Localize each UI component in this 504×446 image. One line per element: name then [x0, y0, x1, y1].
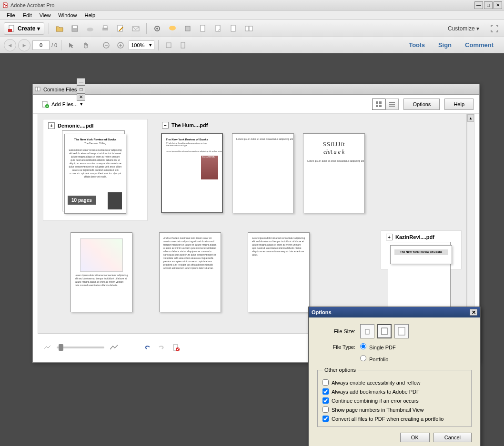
menu-edit[interactable]: Edit — [19, 11, 36, 19]
extract-icon[interactable] — [227, 22, 240, 35]
main-titlebar: Adobe Acrobat Pro — □ ✕ — [0, 0, 504, 10]
zoom-out-icon[interactable] — [100, 39, 112, 51]
sign-panel-link[interactable]: Sign — [432, 39, 458, 51]
menu-help[interactable]: Help — [81, 11, 99, 19]
expand-icon[interactable]: + — [48, 122, 55, 129]
expand-icon[interactable]: + — [386, 234, 393, 240]
file-type-portfolio-radio[interactable]: Portfolio — [360, 355, 388, 362]
svg-rect-6 — [103, 26, 107, 28]
vertical-scrollbar[interactable]: ▲ ▼ — [467, 114, 474, 334]
zoom-in-icon[interactable] — [114, 39, 127, 51]
page-thumbnail[interactable]: Lorem ipsum dolor sit amet consectetur a… — [248, 232, 310, 312]
customize-button[interactable]: Customize ▾ — [445, 24, 482, 33]
zoom-level[interactable]: 100%▾ — [129, 40, 154, 50]
fullscreen-icon[interactable] — [489, 23, 500, 34]
save-icon[interactable] — [69, 22, 81, 35]
create-button[interactable]: Create ▾ — [4, 22, 44, 35]
collapse-icon[interactable]: − — [162, 122, 169, 129]
open-icon[interactable] — [53, 22, 66, 35]
options-titlebar[interactable]: Options ✕ — [309, 307, 480, 317]
select-tool-icon[interactable] — [65, 39, 78, 51]
hand-tool-icon[interactable] — [80, 39, 92, 51]
cancel-button[interactable]: Cancel — [433, 433, 472, 442]
svg-rect-32 — [376, 105, 378, 107]
add-files-icon: + — [41, 100, 49, 108]
ok-button[interactable]: OK — [400, 433, 430, 442]
print-icon[interactable] — [99, 22, 111, 35]
file-size-default-button[interactable] — [377, 324, 392, 338]
edit-icon[interactable] — [114, 22, 127, 35]
bookmarks-checkbox[interactable]: Always add bookmarks to Adobe PDF — [323, 388, 466, 395]
svg-rect-30 — [376, 101, 378, 104]
add-files-button[interactable]: + Add Files... ▾ — [39, 99, 86, 109]
combine-titlebar[interactable]: Combine Files — □ ✕ — [33, 84, 479, 95]
file-size-small-button[interactable] — [360, 324, 374, 338]
comment-bubble-icon[interactable] — [166, 22, 179, 35]
page-thumbnail[interactable]: The New York Review of Books — [390, 245, 452, 264]
options-button[interactable]: Options — [403, 99, 440, 110]
page-thumbnail[interactable]: The New York Review of Books The Demonic… — [64, 134, 126, 214]
options-dialog: Options ✕ File Size: File Type: Single P… — [308, 307, 481, 446]
thumbnail-view-button[interactable] — [372, 99, 385, 110]
undo-icon[interactable] — [142, 343, 152, 352]
svg-rect-23 — [166, 43, 171, 48]
thumbnail-size-slider[interactable] — [57, 347, 104, 348]
prev-page-icon[interactable]: ◄ — [4, 39, 16, 51]
organize-icon[interactable] — [242, 22, 255, 35]
menu-file[interactable]: File — [3, 11, 19, 19]
svg-text:+: + — [46, 105, 48, 108]
svg-rect-17 — [249, 26, 252, 31]
redo-icon[interactable] — [157, 343, 166, 352]
page-thumbnail[interactable]: And so the text continues lorm ipsum dol… — [159, 232, 221, 312]
next-page-icon[interactable]: ► — [18, 39, 30, 51]
page-thumbnail[interactable]: Lorem ipsum dolor sit amet consectetur a… — [232, 133, 294, 213]
maximize-button[interactable]: □ — [484, 1, 493, 9]
page-thumbnail[interactable]: The New York Review of Books O'Haly: bei… — [161, 133, 223, 213]
list-view-button[interactable] — [385, 99, 399, 110]
other-options-fieldset: Other options Always enable accessibilit… — [317, 367, 472, 427]
menu-window[interactable]: Window — [54, 11, 81, 19]
svg-point-10 — [156, 28, 158, 30]
combine-maximize-button[interactable]: □ — [77, 86, 85, 93]
minimize-button[interactable]: — — [474, 1, 483, 9]
file-name: The Hum....pdf — [171, 122, 208, 128]
page-tool-icon[interactable] — [197, 22, 209, 35]
file-name: KazinRevi....pdf — [395, 234, 434, 240]
dropdown-arrow-icon: ▾ — [37, 25, 40, 32]
options-close-button[interactable]: ✕ — [470, 309, 477, 316]
page-numbers-checkbox[interactable]: Show page numbers in Thumbnail View — [323, 406, 466, 413]
page-thumbnail[interactable]: SSſlJJſt chA a e k Lorem ipsum dolor sit… — [303, 133, 365, 213]
page-number-input[interactable] — [32, 40, 50, 50]
file-size-label: File Size: — [317, 328, 360, 334]
export-icon[interactable] — [212, 22, 224, 35]
fit-page-icon[interactable] — [177, 39, 189, 51]
accessibility-checkbox[interactable]: Always enable accessibility and reflow — [323, 379, 466, 386]
close-button[interactable]: ✕ — [494, 1, 502, 9]
file-type-single-radio[interactable]: Single PDF — [360, 343, 396, 350]
menu-view[interactable]: View — [36, 11, 55, 19]
combine-toolbar: + Add Files... ▾ Options Help — [33, 95, 479, 114]
page-thumbnail[interactable]: Lorem ipsum dolor sit amet consectetur a… — [71, 232, 132, 312]
zoom-in-thumb-icon[interactable] — [109, 343, 119, 352]
gear-icon[interactable] — [151, 22, 163, 35]
fit-width-icon[interactable] — [162, 39, 175, 51]
zoom-out-thumb-icon[interactable] — [42, 343, 52, 352]
stamp-icon[interactable] — [181, 22, 194, 35]
file-size-large-button[interactable] — [394, 324, 409, 338]
remove-icon[interactable] — [171, 343, 181, 352]
dropdown-arrow-icon: ▾ — [80, 101, 83, 107]
scroll-up-icon[interactable]: ▲ — [467, 114, 474, 122]
svg-point-4 — [87, 28, 93, 31]
tools-panel-link[interactable]: Tools — [402, 39, 432, 51]
svg-rect-16 — [245, 26, 249, 31]
file-group-kazin[interactable]: + KazinRevi....pdf The New York Review o… — [381, 230, 462, 269]
mail-icon[interactable] — [130, 22, 142, 35]
file-group-demonic[interactable]: + Demonic....pdf The New York Review of … — [43, 119, 148, 221]
convert-portfolio-checkbox[interactable]: Convert all files to PDF when creating a… — [323, 416, 466, 422]
help-button[interactable]: Help — [444, 99, 474, 110]
combine-minimize-button[interactable]: — — [77, 78, 85, 86]
cloud-icon[interactable] — [84, 22, 96, 35]
comment-panel-link[interactable]: Comment — [458, 39, 500, 51]
create-pdf-icon — [8, 25, 16, 32]
continue-error-checkbox[interactable]: Continue combining if an error occurs — [323, 397, 466, 404]
